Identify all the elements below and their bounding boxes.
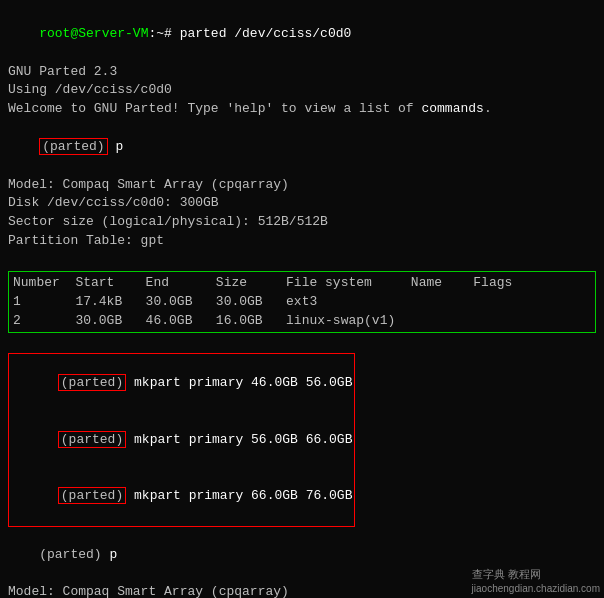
- first-p-command: (parted) p: [8, 119, 596, 176]
- using-device: Using /dev/cciss/c0d0: [8, 81, 596, 100]
- mkpart-cmd-3: (parted) mkpart primary 66.0GB 76.0GB: [11, 468, 352, 525]
- partition-table-line: Partition Table: gpt: [8, 232, 596, 251]
- mkpart-cmd-2: (parted) mkpart primary 56.0GB 66.0GB: [11, 412, 352, 469]
- initial-command: parted /dev/cciss/c0d0: [180, 26, 352, 41]
- model-line: Model: Compaq Smart Array (cpqarray): [8, 176, 596, 195]
- parted-prompt-3: (parted): [58, 431, 126, 448]
- first-table-box: Number Start End Size File system Name F…: [8, 271, 596, 334]
- parted-prompt-5: (parted): [39, 547, 101, 562]
- blank-line-1: [8, 251, 596, 270]
- table-row-1-2: 2 30.0GB 46.0GB 16.0GB linux-swap(v1): [13, 312, 591, 331]
- terminal-window: root@Server-VM:~# parted /dev/cciss/c0d0…: [0, 0, 604, 598]
- sector-line: Sector size (logical/physical): 512B/512…: [8, 213, 596, 232]
- blank-line-2: [8, 334, 596, 353]
- command-line-1: root@Server-VM:~# parted /dev/cciss/c0d0: [8, 6, 596, 63]
- parted-prompt-2: (parted): [58, 374, 126, 391]
- table-row-1-1: 1 17.4kB 30.0GB 30.0GB ext3: [13, 293, 591, 312]
- table-header-1: Number Start End Size File system Name F…: [13, 274, 591, 293]
- mkpart-commands-box: (parted) mkpart primary 46.0GB 56.0GB (p…: [8, 353, 355, 527]
- prompt-user: root@Server-VM: [39, 26, 148, 41]
- prompt-sep: :~#: [148, 26, 179, 41]
- parted-version: GNU Parted 2.3: [8, 63, 596, 82]
- welcome-msg: Welcome to GNU Parted! Type 'help' to vi…: [8, 100, 596, 119]
- disk-line: Disk /dev/cciss/c0d0: 300GB: [8, 194, 596, 213]
- parted-prompt-4: (parted): [58, 487, 126, 504]
- mkpart-cmd-1: (parted) mkpart primary 46.0GB 56.0GB: [11, 355, 352, 412]
- parted-prompt-1: (parted): [39, 138, 107, 155]
- watermark: 查字典 教程网 jiaochengdian.chazidian.com: [472, 567, 600, 594]
